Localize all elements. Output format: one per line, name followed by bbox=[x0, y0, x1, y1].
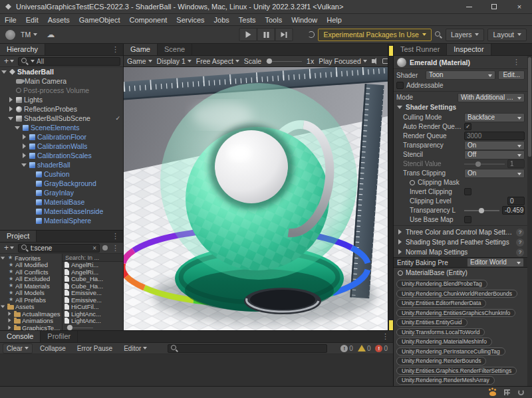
use-base-map-checkbox[interactable] bbox=[464, 216, 471, 223]
tree-item-calibrationscales[interactable]: CalibrationScales bbox=[0, 151, 123, 160]
display-dropdown[interactable]: Display 1 bbox=[157, 57, 192, 65]
tree-item-materialsphere[interactable]: MaterialSphere bbox=[0, 216, 123, 225]
menu-file[interactable]: File bbox=[0, 14, 21, 26]
panel-menu-icon[interactable]: ⋮ bbox=[110, 243, 120, 254]
error-pause-button[interactable]: Error Pause bbox=[73, 344, 116, 353]
slider-handle[interactable] bbox=[479, 208, 484, 213]
foldout-open-icon[interactable] bbox=[1, 304, 5, 309]
tree-item-shaderball[interactable]: shaderBall bbox=[0, 160, 123, 169]
favorites-header[interactable]: ★Favorites bbox=[0, 254, 62, 262]
clear-button[interactable]: Clear bbox=[3, 344, 33, 353]
progress-icon[interactable] bbox=[518, 389, 524, 395]
tree-item-reflectionprobes[interactable]: ReflectionProbes bbox=[0, 104, 123, 114]
culling-mode-dropdown[interactable]: Backface bbox=[464, 113, 525, 122]
result-item[interactable]: AngelRi... bbox=[63, 268, 123, 276]
tab-test-runner[interactable]: Test Runner bbox=[394, 44, 447, 55]
add-asset-button[interactable]: + bbox=[3, 243, 15, 252]
entity-row[interactable]: MaterialBase (Entity) bbox=[394, 268, 527, 278]
slider-handle[interactable] bbox=[475, 161, 481, 167]
layers-dropdown[interactable]: Layers bbox=[446, 29, 485, 41]
tab-game[interactable]: Game bbox=[124, 44, 158, 55]
texture-slot-icon[interactable] bbox=[410, 180, 415, 185]
foldout-closed-icon[interactable] bbox=[21, 134, 27, 140]
tree-item-calibrationwalls[interactable]: CalibrationWalls bbox=[0, 142, 123, 151]
foldout-closed-icon[interactable] bbox=[8, 97, 14, 103]
three-color-foldout[interactable]: Three Color and Control Map Settings ? bbox=[394, 227, 527, 237]
game-viewport[interactable] bbox=[124, 67, 388, 330]
warning-count[interactable]: 0 bbox=[358, 345, 371, 352]
menu-assets[interactable]: Assets bbox=[43, 14, 74, 26]
project-search-input[interactable]: t:scene × bbox=[18, 244, 100, 252]
help-icon[interactable]: ? bbox=[516, 239, 524, 247]
tab-profiler[interactable]: Profiler bbox=[41, 331, 78, 342]
foldout-open-icon[interactable] bbox=[21, 162, 27, 168]
game-view-scrollbar[interactable] bbox=[388, 44, 393, 330]
stencil-value-slider[interactable] bbox=[464, 159, 505, 168]
tab-scene[interactable]: Scene bbox=[158, 44, 192, 55]
result-item[interactable]: HiCutFil... bbox=[63, 304, 123, 311]
mode-dropdown[interactable]: With Additional Control ! bbox=[458, 93, 525, 102]
panel-menu-icon[interactable]: ⋮ bbox=[108, 44, 123, 55]
vsync-icon[interactable] bbox=[382, 58, 388, 64]
minimize-button[interactable] bbox=[456, 0, 481, 14]
tree-item-cushion[interactable]: Cushion bbox=[0, 169, 123, 179]
foldout-open-icon[interactable] bbox=[1, 256, 5, 260]
transparency-level-field[interactable]: -0.459 bbox=[502, 206, 525, 215]
experimental-packages-button[interactable]: Experimental Packages In Use bbox=[318, 29, 432, 41]
baking-world-dropdown[interactable]: Editor World bbox=[467, 258, 524, 267]
menu-tests[interactable]: Tests bbox=[234, 14, 261, 26]
aspect-dropdown[interactable]: Free Aspect bbox=[196, 57, 239, 65]
assets-root[interactable]: Assets bbox=[0, 304, 62, 311]
play-button[interactable] bbox=[239, 28, 257, 41]
game-view-mode-dropdown[interactable]: Game bbox=[127, 57, 152, 65]
clear-search-icon[interactable]: × bbox=[92, 245, 96, 252]
foldout-closed-icon[interactable] bbox=[7, 312, 12, 316]
help-icon[interactable]: ? bbox=[516, 249, 524, 256]
normal-map-foldout[interactable]: Normal Map Settings ? bbox=[394, 247, 527, 257]
foldout-closed-icon[interactable] bbox=[21, 153, 27, 159]
tree-item-materialbase[interactable]: MaterialBase bbox=[0, 197, 123, 207]
tree-item-postprocess-volume[interactable]: Post-process Volume bbox=[0, 86, 123, 95]
tab-console[interactable]: Console bbox=[0, 331, 41, 342]
folder-actualimages[interactable]: ActualImages bbox=[0, 310, 62, 318]
edit-shader-button[interactable]: Edit... bbox=[498, 70, 525, 80]
favorite-all-models[interactable]: ★All Models bbox=[0, 290, 62, 297]
layout-dropdown[interactable]: Layout bbox=[487, 29, 527, 41]
result-item[interactable]: AngelRi... bbox=[63, 262, 123, 269]
tree-item-graybackground[interactable]: GrayBackground bbox=[0, 179, 123, 188]
result-item[interactable]: LightAnc... bbox=[63, 310, 123, 318]
scrollbar-handle[interactable] bbox=[528, 57, 531, 157]
tab-inspector[interactable]: Inspector bbox=[447, 44, 491, 55]
result-item[interactable]: Emissive... bbox=[63, 296, 123, 304]
history-icon[interactable] bbox=[308, 31, 315, 38]
favorite-all-prefabs[interactable]: ★All Prefabs bbox=[0, 296, 62, 304]
result-item[interactable]: LightAnc... bbox=[63, 318, 123, 325]
mute-audio-icon[interactable] bbox=[372, 59, 374, 63]
menu-edit[interactable]: Edit bbox=[21, 14, 43, 26]
result-item[interactable]: Cube_Ha... bbox=[63, 282, 123, 290]
maximize-button[interactable] bbox=[481, 0, 507, 14]
burst-activity-icon[interactable] bbox=[489, 391, 496, 396]
collapse-button[interactable]: Collapse bbox=[36, 344, 70, 353]
tree-item-main-camera[interactable]: Main Camera bbox=[0, 76, 123, 86]
cloud-button[interactable]: ☁ bbox=[41, 30, 60, 39]
shading-step-foldout[interactable]: Shading Step and Feather Settings ? bbox=[394, 237, 527, 247]
error-count[interactable]: !0 bbox=[375, 345, 388, 352]
clipping-level-field[interactable]: 0 bbox=[507, 197, 525, 205]
result-item[interactable]: Cube_Ha... bbox=[63, 276, 123, 283]
stencil-value-field[interactable]: 1 bbox=[507, 159, 525, 168]
foldout-closed-icon[interactable] bbox=[21, 144, 27, 149]
panel-menu-icon[interactable]: ⋮ bbox=[108, 231, 123, 242]
tree-item-grayinlay[interactable]: GrayInlay bbox=[0, 188, 123, 197]
hierarchy-search-input[interactable]: All bbox=[18, 57, 120, 66]
favorite-all-materials[interactable]: ★All Materials bbox=[0, 282, 62, 290]
play-focused-dropdown[interactable]: Play Focused bbox=[319, 57, 367, 65]
foldout-closed-icon[interactable] bbox=[7, 318, 12, 323]
panel-menu-icon[interactable]: ⋮ bbox=[378, 331, 393, 342]
shader-dropdown[interactable]: Toon bbox=[426, 70, 495, 80]
menu-help[interactable]: Help bbox=[322, 14, 346, 26]
transparency-dropdown[interactable]: On bbox=[464, 141, 525, 150]
folder-animations[interactable]: Animations bbox=[0, 318, 62, 325]
menu-jobs[interactable]: Jobs bbox=[209, 14, 234, 26]
shader-settings-foldout[interactable]: Shader Settings bbox=[394, 102, 527, 112]
